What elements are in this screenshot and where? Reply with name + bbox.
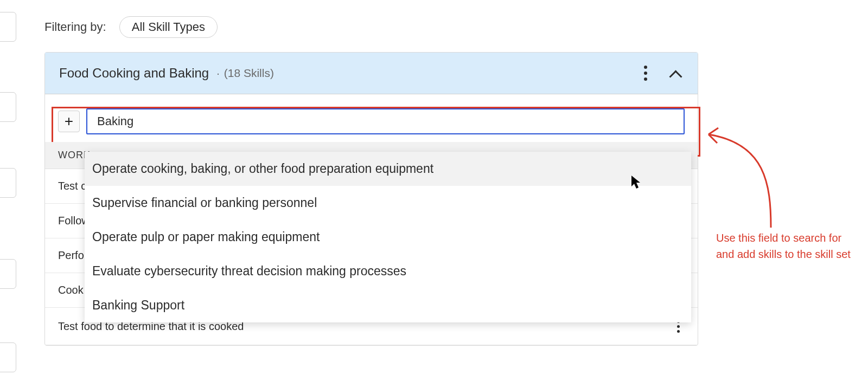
- suggestion-item[interactable]: Evaluate cybersecurity threat decision m…: [85, 254, 691, 288]
- skill-count: (18 Skills): [224, 67, 274, 80]
- left-sliver: [0, 92, 16, 122]
- add-skill-search-input[interactable]: [86, 108, 685, 134]
- skill-group-header[interactable]: Food Cooking and Baking · (18 Skills): [45, 53, 698, 94]
- skill-type-filter-pill[interactable]: All Skill Types: [119, 16, 218, 38]
- suggestion-item[interactable]: Operate pulp or paper making equipment: [85, 220, 691, 254]
- filtering-by-label: Filtering by:: [44, 20, 106, 34]
- skill-row-text: Test c: [58, 180, 86, 192]
- suggestion-item[interactable]: Supervise financial or banking personnel: [85, 186, 691, 220]
- separator-dot: ·: [216, 67, 220, 80]
- annotation-text: Use this field to search for and add ski…: [716, 230, 857, 262]
- left-sliver: [0, 259, 16, 289]
- add-skill-button[interactable]: +: [58, 111, 80, 132]
- skill-row-text: Perfor: [58, 249, 87, 262]
- annotation-line: Use this field to search for: [716, 230, 857, 246]
- chevron-up-icon[interactable]: [668, 66, 684, 81]
- left-sliver: [0, 12, 16, 42]
- left-sliver: [0, 342, 16, 372]
- cursor-icon: [630, 174, 641, 190]
- annotation-line: and add skills to the skill set: [716, 246, 857, 262]
- kebab-icon[interactable]: [638, 64, 653, 82]
- left-sliver: [0, 168, 16, 198]
- annotation-arrow-icon: [703, 125, 774, 233]
- skill-suggestion-dropdown: Operate cooking, baking, or other food p…: [85, 152, 691, 322]
- skill-group-title: Food Cooking and Baking: [59, 66, 209, 81]
- suggestion-item[interactable]: Banking Support: [85, 288, 691, 322]
- suggestion-item[interactable]: Operate cooking, baking, or other food p…: [85, 152, 691, 186]
- add-skill-search-row: +: [45, 94, 698, 142]
